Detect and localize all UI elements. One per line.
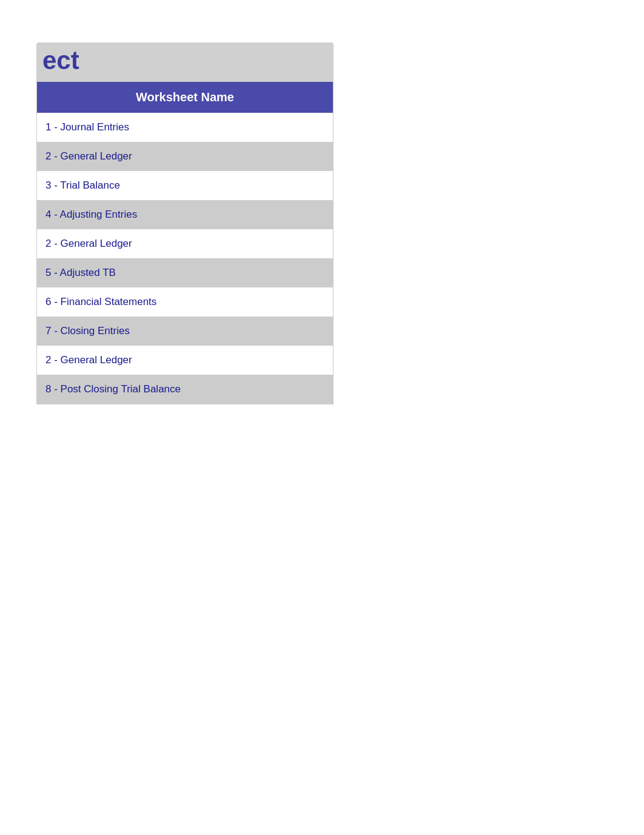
table-row[interactable]: 2 - General Ledger: [37, 346, 333, 375]
table-row[interactable]: 4 - Adjusting Entries: [37, 200, 333, 229]
table-row[interactable]: 2 - General Ledger: [37, 142, 333, 171]
table-row[interactable]: 6 - Financial Statements: [37, 287, 333, 317]
table-row[interactable]: 5 - Adjusted TB: [37, 258, 333, 287]
table-header: Worksheet Name: [37, 82, 333, 113]
table-row[interactable]: 7 - Closing Entries: [37, 317, 333, 346]
table-row[interactable]: 8 - Post Closing Trial Balance: [37, 375, 333, 404]
table-row[interactable]: 1 - Journal Entries: [37, 113, 333, 142]
main-container: ect Worksheet Name 1 - Journal Entries2 …: [36, 42, 334, 404]
worksheet-table: Worksheet Name 1 - Journal Entries2 - Ge…: [36, 81, 334, 404]
table-row[interactable]: 2 - General Ledger: [37, 229, 333, 258]
table-rows-container: 1 - Journal Entries2 - General Ledger3 -…: [37, 113, 333, 404]
page-title-partial: ect: [36, 42, 334, 81]
table-row[interactable]: 3 - Trial Balance: [37, 171, 333, 200]
